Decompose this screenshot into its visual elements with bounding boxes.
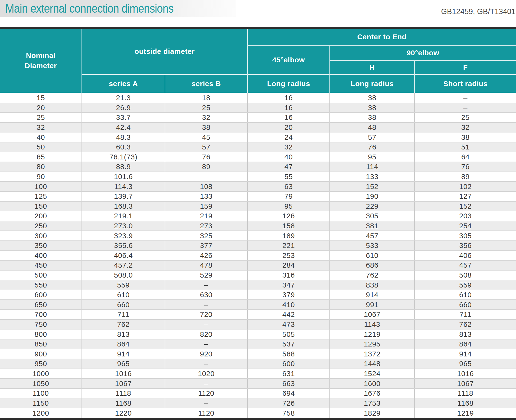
cell-series-a: 76.1(73) [82,152,165,162]
cell-series-b: 159 [165,201,247,211]
table-row: 100114.310863152102 [0,181,516,191]
cell-elbow45-long-radius: 55 [247,172,330,182]
cell-nominal-diameter: 15 [0,93,82,103]
cell-series-b: 57 [165,142,247,152]
cell-elbow90-f-short-radius: 508 [415,270,516,280]
cell-series-a: 559 [82,280,165,290]
cell-nominal-diameter: 900 [0,349,82,359]
cell-elbow45-long-radius: 473 [247,320,330,329]
cell-elbow45-long-radius: 79 [247,191,330,201]
table-row: 2026.9251638– [0,103,516,113]
cell-series-a: 219.1 [82,211,165,221]
table-row: 1521.3181638– [0,93,516,103]
cell-nominal-diameter: 500 [0,270,82,280]
cell-nominal-diameter: 950 [0,359,82,369]
cell-nominal-diameter: 1050 [0,379,82,388]
cell-series-a: 42.4 [82,123,165,132]
cell-nominal-diameter: 50 [0,142,82,152]
cell-series-b: 325 [165,231,247,241]
cell-elbow45-long-radius: 126 [247,211,330,221]
cell-series-a: 965 [82,359,165,369]
cell-elbow90-h-long-radius: 381 [330,221,415,231]
cell-nominal-diameter: 1100 [0,388,82,398]
cell-elbow45-long-radius: 726 [247,398,330,408]
col-header-nominal-diameter: Nominal Diameter [0,29,82,93]
cell-elbow90-f-short-radius: 64 [415,152,516,162]
cell-elbow90-h-long-radius: 991 [330,300,415,310]
cell-series-b: 720 [165,310,247,320]
cell-series-b: 76 [165,152,247,162]
table-row: 150168.315995229152 [0,201,516,211]
table-row: 12001220112075818291219 [0,408,516,418]
cell-nominal-diameter: 650 [0,300,82,310]
cell-series-a: 914 [82,349,165,359]
cell-series-a: 114.3 [82,181,165,191]
cell-elbow90-f-short-radius: 457 [415,260,516,270]
col-header-outside-diameter: outside diameter [82,29,247,74]
cell-elbow90-f-short-radius: 25 [415,113,516,123]
cell-series-b: – [165,398,247,408]
cell-series-b: 133 [165,191,247,201]
cell-elbow90-f-short-radius: 254 [415,221,516,231]
cell-nominal-diameter: 25 [0,113,82,123]
table-row: 8008138205051219813 [0,329,516,339]
cell-series-a: 273.0 [82,221,165,231]
col-header-h: H [330,60,415,74]
cell-elbow90-h-long-radius: 133 [330,172,415,182]
cell-series-b: 219 [165,211,247,221]
title-bar: Main external connection dimensions [0,0,236,17]
cell-elbow90-f-short-radius: 1118 [415,388,516,398]
cell-elbow90-h-long-radius: 1067 [330,310,415,320]
cell-series-a: 21.3 [82,93,165,103]
cell-nominal-diameter: 125 [0,191,82,201]
cell-series-b: 630 [165,290,247,300]
cell-elbow90-h-long-radius: 914 [330,290,415,300]
cell-elbow90-f-short-radius: 1219 [415,408,516,418]
cell-series-b: 108 [165,181,247,191]
cell-series-b: 1120 [165,388,247,398]
cell-nominal-diameter: 550 [0,280,82,290]
cell-series-b: – [165,320,247,329]
cell-elbow90-f-short-radius: 1067 [415,379,516,388]
cell-elbow45-long-radius: 316 [247,270,330,280]
col-header-h-long-radius: Long radius [330,74,415,93]
cell-elbow45-long-radius: 600 [247,359,330,369]
table-row: 6576.1(73)76409564 [0,152,516,162]
cell-elbow90-h-long-radius: 1448 [330,359,415,369]
cell-nominal-diameter: 40 [0,132,82,142]
cell-elbow90-f-short-radius: 1016 [415,369,516,379]
table-header: Nominal Diameter outside diameter Center… [0,29,516,93]
table-row: 5060.357327651 [0,142,516,152]
col-header-45-elbow: 45°elbow [247,45,330,74]
table-row: 125139.713379190127 [0,191,516,201]
cell-elbow45-long-radius: 189 [247,231,330,241]
cell-elbow45-long-radius: 631 [247,369,330,379]
cell-elbow90-h-long-radius: 152 [330,181,415,191]
cell-nominal-diameter: 32 [0,123,82,132]
cell-elbow90-h-long-radius: 1753 [330,398,415,408]
cell-series-a: 139.7 [82,191,165,201]
table-row: 10501067–66316001067 [0,379,516,388]
cell-elbow90-f-short-radius: 559 [415,280,516,290]
cell-nominal-diameter: 350 [0,241,82,251]
cell-elbow45-long-radius: 40 [247,152,330,162]
table-row: 3242.438204832 [0,123,516,132]
cell-elbow90-h-long-radius: 38 [330,103,415,113]
cell-series-b: 1120 [165,408,247,418]
cell-elbow90-h-long-radius: 1143 [330,320,415,329]
cell-series-b: 89 [165,162,247,172]
cell-elbow90-f-short-radius: 864 [415,339,516,349]
table-row: 2533.732163825 [0,113,516,123]
cell-elbow45-long-radius: 758 [247,408,330,418]
cell-elbow45-long-radius: 505 [247,329,330,339]
cell-series-a: 457.2 [82,260,165,270]
cell-nominal-diameter: 850 [0,339,82,349]
cell-series-a: 323.9 [82,231,165,241]
cell-series-b: 377 [165,241,247,251]
cell-elbow45-long-radius: 16 [247,103,330,113]
cell-elbow90-f-short-radius: – [415,93,516,103]
cell-series-b: 38 [165,123,247,132]
table-row: 300323.9325189457305 [0,231,516,241]
cell-elbow90-h-long-radius: 762 [330,270,415,280]
cell-elbow90-h-long-radius: 1295 [330,339,415,349]
